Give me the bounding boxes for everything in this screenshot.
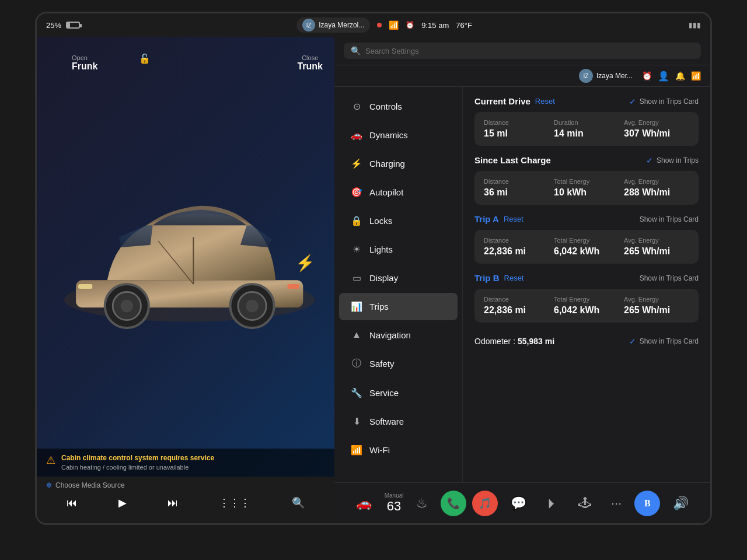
slc-distance-label: Distance <box>484 178 549 185</box>
slc-energy-label: Total Energy <box>554 178 619 185</box>
battery-bar-icon <box>66 22 80 29</box>
search-input[interactable] <box>365 47 694 55</box>
trip-b-stats: Distance 22,836 mi Total Energy 6,042 kW… <box>474 289 699 323</box>
trip-b-distance-stat: Distance 22,836 mi <box>484 296 549 316</box>
trip-a-reset[interactable]: Reset <box>504 215 523 223</box>
trip-b-section: Trip B Reset Show in Trips Card Distance… <box>474 273 699 323</box>
trip-b-show-trips[interactable]: Show in Trips Card <box>640 274 699 282</box>
taskbar-chat[interactable]: 💬 <box>504 492 533 514</box>
trunk-action: Close <box>297 54 323 61</box>
menu-item-wifi[interactable]: 📶 Wi-Fi <box>339 436 458 464</box>
menu-item-software[interactable]: ⬇ Software <box>339 408 458 435</box>
recording-indicator <box>377 23 382 27</box>
status-bar: 25% IZ Izaya Merzol... 📶 ⏰ 9:15 am 76°F … <box>37 13 710 37</box>
user-bar: IZ Izaya Mer... ⏰ 👤 🔔 📶 <box>334 65 710 87</box>
menu-item-locks[interactable]: 🔒 Locks <box>339 207 458 235</box>
media-source-label[interactable]: ✲ Choose Media Source <box>46 481 325 489</box>
wifi-label: Wi-Fi <box>369 445 390 455</box>
service-icon: 🔧 <box>351 387 362 398</box>
media-next-button[interactable]: ⏭ <box>163 495 183 512</box>
menu-item-charging[interactable]: ⚡ Charging <box>339 150 458 177</box>
taskbar-heat[interactable]: ♨ <box>409 492 435 514</box>
odometer-checkbox-icon: ✓ <box>629 337 636 346</box>
taskbar-joystick[interactable]: 🕹 <box>571 492 598 514</box>
frunk-control[interactable]: Open Frunk <box>72 54 97 72</box>
media-search-button[interactable]: 🔍 <box>287 494 309 512</box>
svg-rect-11 <box>287 284 299 289</box>
current-drive-show-label: Show in Trips Card <box>640 97 699 106</box>
bluetooth-button[interactable]: B <box>634 491 660 516</box>
profile-icon[interactable]: 👤 <box>658 71 669 82</box>
main-content: Open Frunk 🔓 Close Trunk <box>37 37 710 523</box>
clock-icon: ⏰ <box>406 21 414 29</box>
menu-item-trips[interactable]: 📊 Trips <box>339 293 458 320</box>
alarm-icon[interactable]: ⏰ <box>642 71 652 80</box>
music-button[interactable]: 🎵 <box>472 491 498 516</box>
current-distance-label: Distance <box>484 119 549 126</box>
content-area: ⊙ Controls 🚗 Dynamics ⚡ Charging 🎯 Autop… <box>334 87 710 482</box>
car-taskbar-icon: 🚗 <box>356 496 372 511</box>
trip-a-show-trips[interactable]: Show in Trips Card <box>640 215 699 223</box>
menu-item-service[interactable]: 🔧 Service <box>339 379 458 407</box>
taskbar-more[interactable]: ··· <box>604 492 629 514</box>
taskbar-car[interactable]: 🚗 <box>349 492 379 514</box>
media-eq-button[interactable]: ⋮⋮⋮ <box>214 494 255 512</box>
taskbar-volume[interactable]: 🔊 <box>666 492 696 514</box>
temp-control[interactable]: Manual 63 <box>385 492 404 514</box>
display-label: Display <box>369 273 398 283</box>
right-panel: 🔍 IZ Izaya Mer... ⏰ 👤 🔔 📶 <box>334 37 710 523</box>
trip-b-reset[interactable]: Reset <box>504 274 524 282</box>
menu-item-lights[interactable]: ☀ Lights <box>339 236 458 263</box>
trip-a-stats: Distance 22,836 mi Total Energy 6,042 kW… <box>474 230 699 264</box>
charging-label: Charging <box>369 159 405 169</box>
svg-point-9 <box>246 300 258 312</box>
menu-item-dynamics[interactable]: 🚗 Dynamics <box>339 121 458 149</box>
status-bar-center: IZ Izaya Merzol... 📶 ⏰ 9:15 am 76°F <box>296 18 472 33</box>
warning-bar: ⚠ Cabin climate control system requires … <box>37 449 334 477</box>
menu-item-safety[interactable]: ⓘ Safety <box>339 349 458 378</box>
current-drive-title: Current Drive <box>474 96 530 106</box>
current-drive-show-trips[interactable]: ✓ Show in Trips Card <box>629 97 699 106</box>
user-avatar: IZ <box>579 69 593 83</box>
menu-item-display[interactable]: ▭ Display <box>339 264 458 292</box>
autopilot-label: Autopilot <box>369 187 403 197</box>
trip-a-title: Trip A <box>474 214 499 224</box>
trunk-control[interactable]: Close Trunk <box>297 54 323 72</box>
phone-button[interactable]: 📞 <box>441 491 466 516</box>
checkbox-icon-2: ✓ <box>646 156 653 165</box>
profile-pill[interactable]: IZ Izaya Merzol... <box>296 18 370 33</box>
signal-icon-2: 📶 <box>691 71 701 80</box>
user-name: Izaya Mer... <box>596 72 633 80</box>
frunk-label-text: Frunk <box>72 61 97 72</box>
search-container[interactable]: 🔍 <box>344 43 701 59</box>
notification-icon[interactable]: 🔔 <box>675 71 685 80</box>
media-prev-button[interactable]: ⏮ <box>62 495 82 512</box>
trip-a-distance-label: Distance <box>484 237 549 244</box>
trip-a-avg-energy-stat: Avg. Energy 265 Wh/mi <box>624 237 689 257</box>
menu-item-navigation[interactable]: ▲ Navigation <box>339 321 458 348</box>
trip-b-distance-value: 22,836 mi <box>484 305 549 316</box>
slc-distance-stat: Distance 36 mi <box>484 178 549 198</box>
user-profile[interactable]: IZ Izaya Mer... <box>579 69 633 83</box>
software-label: Software <box>369 416 404 426</box>
heat-icon: ♨ <box>416 496 428 511</box>
odometer-show-trips[interactable]: ✓ Show in Trips Card <box>629 337 699 346</box>
display-icon: ▭ <box>351 272 362 284</box>
navigation-label: Navigation <box>369 330 411 340</box>
lock-icon[interactable]: 🔓 <box>139 53 151 64</box>
menu-item-autopilot[interactable]: 🎯 Autopilot <box>339 178 458 206</box>
controls-label: Controls <box>369 102 402 111</box>
safety-label: Safety <box>369 359 395 369</box>
menu-item-controls[interactable]: ⊙ Controls <box>339 93 458 120</box>
since-last-charge-show-trips[interactable]: ✓ Show in Trips <box>646 156 699 165</box>
profile-name: Izaya Merzol... <box>319 21 364 29</box>
charging-icon: ⚡ <box>351 158 362 169</box>
trip-b-avg-energy-stat: Avg. Energy 265 Wh/mi <box>624 296 689 316</box>
dynamics-label: Dynamics <box>369 130 408 140</box>
odometer-section: Odometer : 55,983 mi ✓ Show in Trips Car… <box>474 332 699 351</box>
taskbar-media[interactable]: ⏵ <box>539 492 566 514</box>
service-label: Service <box>369 388 399 398</box>
media-play-button[interactable]: ▶ <box>114 494 131 512</box>
current-drive-reset[interactable]: Reset <box>535 97 555 106</box>
chat-icon: 💬 <box>511 496 526 511</box>
